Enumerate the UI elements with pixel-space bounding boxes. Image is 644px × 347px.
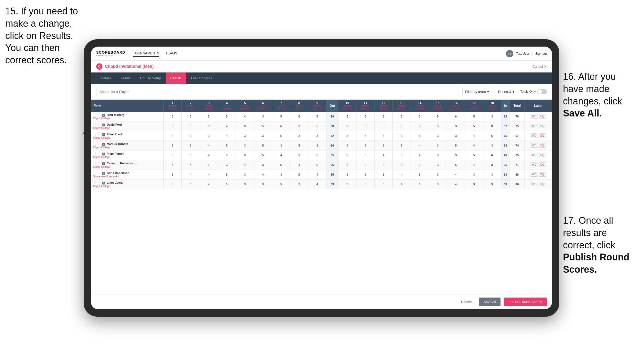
score-hole-15[interactable]: 5 <box>429 121 447 131</box>
drag-handle[interactable]: ⋮⋮ <box>93 161 101 165</box>
score-hole-8[interactable]: 3 <box>290 179 308 189</box>
score-hole-18[interactable]: 3 <box>483 179 501 189</box>
score-hole-9[interactable]: 5 <box>308 150 326 160</box>
save-all-button[interactable]: Save All <box>479 298 501 306</box>
dq-button[interactable]: DQ <box>539 114 546 119</box>
score-hole-6[interactable]: 3 <box>254 179 272 189</box>
score-hole-16[interactable]: 6 <box>447 112 465 121</box>
score-hole-7[interactable]: 3 <box>272 141 290 150</box>
score-hole-2[interactable]: 4 <box>182 170 200 179</box>
score-hole-8[interactable]: 5 <box>290 141 308 150</box>
score-hole-15[interactable]: 3 <box>429 160 447 170</box>
score-hole-2[interactable]: 3 <box>182 141 200 150</box>
score-hole-9[interactable]: 5 <box>308 121 326 131</box>
round-dropdown[interactable]: Round 3 ▾ <box>495 87 517 96</box>
score-hole-15[interactable]: 3 <box>429 170 447 179</box>
totals-only-toggle[interactable] <box>537 89 547 94</box>
score-hole-14[interactable]: 5 <box>411 179 429 189</box>
score-hole-13[interactable]: 4 <box>393 179 411 189</box>
score-hole-3[interactable]: 4 <box>200 170 218 179</box>
score-hole-3[interactable]: 5 <box>200 112 218 121</box>
score-hole-17[interactable]: 5 <box>465 150 483 160</box>
dq-button[interactable]: DQ <box>539 124 546 128</box>
score-hole-11[interactable]: 5 <box>356 141 375 150</box>
drag-handle[interactable]: ⋮⋮ <box>93 181 101 184</box>
drag-handle[interactable]: ⋮⋮ <box>93 123 101 126</box>
score-hole-1[interactable]: 5 <box>164 141 182 150</box>
score-hole-13[interactable]: 5 <box>393 141 411 150</box>
score-hole-5[interactable]: 4 <box>236 112 254 121</box>
score-hole-9[interactable]: 4 <box>308 179 326 189</box>
score-hole-10[interactable]: 3 <box>338 121 356 131</box>
score-hole-14[interactable]: 4 <box>411 150 429 160</box>
score-hole-5[interactable]: 4 <box>236 160 254 170</box>
wd-button[interactable]: WD <box>531 172 538 177</box>
score-hole-5[interactable]: 3 <box>236 170 254 179</box>
score-hole-3[interactable]: 4 <box>200 179 218 189</box>
score-hole-12[interactable]: 3 <box>375 112 393 121</box>
score-hole-12[interactable]: 3 <box>375 160 393 170</box>
score-hole-16[interactable]: 5 <box>447 141 465 150</box>
score-hole-6[interactable]: 3 <box>254 160 272 170</box>
score-hole-9[interactable]: 5 <box>308 160 326 170</box>
score-hole-16[interactable]: 5 <box>447 160 465 170</box>
score-hole-8[interactable]: 3 <box>290 131 308 141</box>
tab-details[interactable]: Details <box>96 72 116 84</box>
score-hole-1[interactable]: 5 <box>164 131 182 141</box>
dq-button[interactable]: DQ <box>539 172 546 177</box>
score-hole-16[interactable]: 3 <box>447 150 465 160</box>
score-hole-9[interactable]: 4 <box>308 170 326 179</box>
score-hole-6[interactable]: 4 <box>254 170 272 179</box>
score-hole-13[interactable]: 5 <box>393 160 411 170</box>
score-hole-11[interactable]: 3 <box>356 160 375 170</box>
score-hole-13[interactable]: 6 <box>393 112 411 121</box>
score-hole-16[interactable]: 4 <box>447 170 465 179</box>
drag-handle[interactable]: ⋮⋮ <box>93 152 101 155</box>
publish-button[interactable]: Publish Round Scores <box>504 298 547 306</box>
score-hole-18[interactable]: 3 <box>483 160 501 170</box>
score-hole-4[interactable]: 4 <box>218 121 236 131</box>
score-hole-15[interactable]: 3 <box>429 141 447 150</box>
drag-handle[interactable]: ⋮⋮ <box>93 171 101 175</box>
tab-leaderboards[interactable]: Leaderboards <box>186 72 217 84</box>
score-hole-1[interactable]: 6 <box>164 121 182 131</box>
score-hole-4[interactable]: 4 <box>218 131 236 141</box>
sign-out-link[interactable]: Sign out <box>535 52 547 55</box>
score-hole-16[interactable]: 4 <box>447 179 465 189</box>
score-hole-9[interactable]: 5 <box>308 112 326 121</box>
cancel-tournament-btn[interactable]: Cancel ✕ <box>532 65 547 69</box>
score-hole-13[interactable]: 5 <box>393 121 411 131</box>
score-hole-7[interactable]: 5 <box>272 160 290 170</box>
score-hole-2[interactable]: 3 <box>182 121 200 131</box>
score-hole-8[interactable]: 6 <box>290 112 308 121</box>
score-hole-2[interactable]: 3 <box>182 179 200 189</box>
score-hole-14[interactable]: 4 <box>411 141 429 150</box>
score-hole-6[interactable]: 3 <box>254 131 272 141</box>
score-hole-3[interactable]: 3 <box>200 121 218 131</box>
score-hole-6[interactable]: 5 <box>254 150 272 160</box>
score-hole-10[interactable]: 3 <box>338 112 356 121</box>
score-hole-13[interactable]: 3 <box>393 150 411 160</box>
wd-button[interactable]: WD <box>531 153 538 157</box>
score-hole-10[interactable]: 4 <box>338 141 356 150</box>
score-hole-14[interactable]: 5 <box>411 131 429 141</box>
wd-button[interactable]: WD <box>531 124 538 128</box>
score-hole-4[interactable]: 5 <box>218 141 236 150</box>
score-hole-14[interactable]: 3 <box>411 160 429 170</box>
search-input[interactable] <box>96 87 459 96</box>
score-hole-11[interactable]: 5 <box>356 112 375 121</box>
score-hole-1[interactable]: 4 <box>164 160 182 170</box>
score-hole-11[interactable]: 5 <box>356 150 375 160</box>
score-hole-12[interactable]: 4 <box>375 150 393 160</box>
score-hole-8[interactable]: 3 <box>290 121 308 131</box>
score-hole-11[interactable]: 3 <box>356 131 375 141</box>
score-hole-12[interactable]: 5 <box>375 141 393 150</box>
score-hole-18[interactable]: 3 <box>483 170 501 179</box>
score-hole-8[interactable]: 5 <box>290 170 308 179</box>
score-hole-12[interactable]: 3 <box>375 179 393 189</box>
score-hole-7[interactable]: 3 <box>272 170 290 179</box>
score-hole-11[interactable]: 5 <box>356 170 375 179</box>
score-hole-12[interactable]: 3 <box>375 131 393 141</box>
score-hole-4[interactable]: 5 <box>218 150 236 160</box>
wd-button[interactable]: WD <box>531 182 538 186</box>
